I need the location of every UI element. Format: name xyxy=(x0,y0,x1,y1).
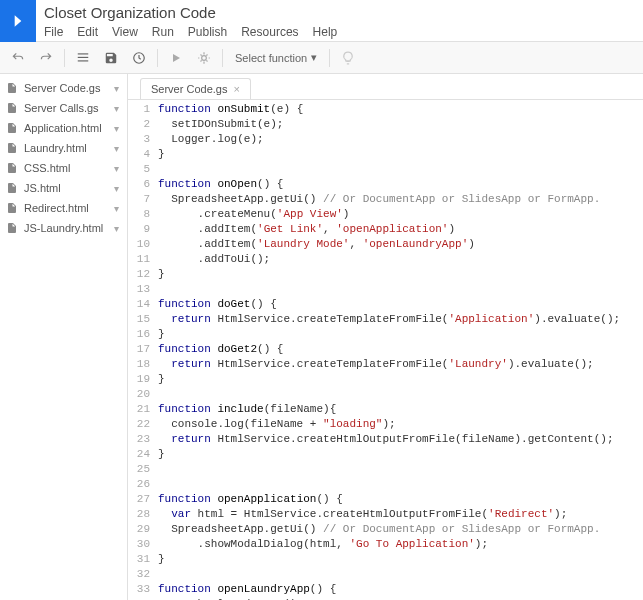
file-item[interactable]: JS.html▾ xyxy=(0,178,127,198)
code-line[interactable]: 9 .addItem('Get Link', 'openApplication'… xyxy=(128,222,643,237)
project-title[interactable]: Closet Organization Code xyxy=(44,4,643,21)
code-text[interactable]: var html = HtmlService.createHtmlOutputF… xyxy=(158,507,567,522)
file-item[interactable]: Server Code.gs▾ xyxy=(0,78,127,98)
file-item[interactable]: Server Calls.gs▾ xyxy=(0,98,127,118)
menu-file[interactable]: File xyxy=(44,25,63,39)
file-menu-icon[interactable]: ▾ xyxy=(112,103,121,114)
code-line[interactable]: 3 Logger.log(e); xyxy=(128,132,643,147)
code-line[interactable]: 32 xyxy=(128,567,643,582)
redo-button[interactable] xyxy=(34,46,58,70)
code-line[interactable]: 20 xyxy=(128,387,643,402)
code-line[interactable]: 15 return HtmlService.createTemplateFrom… xyxy=(128,312,643,327)
code-line[interactable]: 12} xyxy=(128,267,643,282)
code-line[interactable]: 5 xyxy=(128,162,643,177)
code-line[interactable]: 22 console.log(fileName + "loading"); xyxy=(128,417,643,432)
code-text[interactable]: .addToUi(); xyxy=(158,252,270,267)
code-line[interactable]: 4} xyxy=(128,147,643,162)
file-menu-icon[interactable]: ▾ xyxy=(112,183,121,194)
code-text[interactable]: return HtmlService.createTemplateFromFil… xyxy=(158,312,620,327)
select-function-dropdown[interactable]: Select function ▾ xyxy=(229,51,323,64)
code-text[interactable]: function doGet() { xyxy=(158,297,277,312)
code-line[interactable]: 10 .addItem('Laundry Mode', 'openLaundry… xyxy=(128,237,643,252)
code-text[interactable]: .addItem('Get Link', 'openApplication') xyxy=(158,222,455,237)
code-line[interactable]: 14function doGet() { xyxy=(128,297,643,312)
code-text[interactable]: return HtmlService.createTemplateFromFil… xyxy=(158,357,594,372)
file-menu-icon[interactable]: ▾ xyxy=(112,163,121,174)
code-text[interactable]: SpreadsheetApp.getUi() // Or DocumentApp… xyxy=(158,192,600,207)
svg-rect-2 xyxy=(78,60,89,61)
code-text[interactable]: .addItem('Laundry Mode', 'openLaundryApp… xyxy=(158,237,475,252)
code-line[interactable]: 27function openApplication() { xyxy=(128,492,643,507)
code-line[interactable]: 16} xyxy=(128,327,643,342)
tab-server-code[interactable]: Server Code.gs × xyxy=(140,78,251,99)
code-text[interactable]: setIDOnSubmit(e); xyxy=(158,117,283,132)
line-number: 13 xyxy=(128,282,158,297)
code-line[interactable]: 1function onSubmit(e) { xyxy=(128,102,643,117)
code-text[interactable]: function openApplication() { xyxy=(158,492,343,507)
code-text[interactable]: .createMenu('App View') xyxy=(158,207,349,222)
code-text[interactable]: function onSubmit(e) { xyxy=(158,102,303,117)
code-text[interactable]: function openLaundryApp() { xyxy=(158,582,336,597)
file-item[interactable]: CSS.html▾ xyxy=(0,158,127,178)
code-line[interactable]: 19} xyxy=(128,372,643,387)
code-text[interactable]: .showModalDialog(html, 'Go To Applicatio… xyxy=(158,537,488,552)
code-text[interactable]: function doGet2() { xyxy=(158,342,283,357)
code-text[interactable]: function include(fileName){ xyxy=(158,402,336,417)
code-text[interactable]: Logger.log(e); xyxy=(158,132,264,147)
file-item[interactable]: JS-Laundry.html▾ xyxy=(0,218,127,238)
code-line[interactable]: 11 .addToUi(); xyxy=(128,252,643,267)
code-text[interactable]: } xyxy=(158,327,165,342)
code-editor[interactable]: 1function onSubmit(e) {2 setIDOnSubmit(e… xyxy=(128,100,643,600)
file-menu-icon[interactable]: ▾ xyxy=(112,123,121,134)
run-button[interactable] xyxy=(164,46,188,70)
indent-button[interactable] xyxy=(71,46,95,70)
code-line[interactable]: 29 SpreadsheetApp.getUi() // Or Document… xyxy=(128,522,643,537)
code-line[interactable]: 28 var html = HtmlService.createHtmlOutp… xyxy=(128,507,643,522)
code-line[interactable]: 33function openLaundryApp() { xyxy=(128,582,643,597)
menu-view[interactable]: View xyxy=(112,25,138,39)
code-line[interactable]: 18 return HtmlService.createTemplateFrom… xyxy=(128,357,643,372)
file-menu-icon[interactable]: ▾ xyxy=(112,223,121,234)
code-text[interactable]: } xyxy=(158,147,165,162)
menu-help[interactable]: Help xyxy=(313,25,338,39)
file-item[interactable]: Application.html▾ xyxy=(0,118,127,138)
code-text[interactable]: return HtmlService.createHtmlOutputFromF… xyxy=(158,432,613,447)
code-line[interactable]: 2 setIDOnSubmit(e); xyxy=(128,117,643,132)
code-line[interactable]: 8 .createMenu('App View') xyxy=(128,207,643,222)
code-line[interactable]: 30 .showModalDialog(html, 'Go To Applica… xyxy=(128,537,643,552)
code-line[interactable]: 6function onOpen() { xyxy=(128,177,643,192)
lightbulb-button[interactable] xyxy=(336,46,360,70)
undo-button[interactable] xyxy=(6,46,30,70)
code-text[interactable]: } xyxy=(158,372,165,387)
code-line[interactable]: 25 xyxy=(128,462,643,477)
close-icon[interactable]: × xyxy=(233,83,239,95)
menu-resources[interactable]: Resources xyxy=(241,25,298,39)
file-item[interactable]: Laundry.html▾ xyxy=(0,138,127,158)
code-text[interactable]: console.log(fileName + "loading"); xyxy=(158,417,396,432)
debug-button[interactable] xyxy=(192,46,216,70)
code-text[interactable]: function onOpen() { xyxy=(158,177,283,192)
code-line[interactable]: 31} xyxy=(128,552,643,567)
line-number: 11 xyxy=(128,252,158,267)
code-text[interactable]: } xyxy=(158,447,165,462)
menu-edit[interactable]: Edit xyxy=(77,25,98,39)
code-line[interactable]: 17function doGet2() { xyxy=(128,342,643,357)
file-menu-icon[interactable]: ▾ xyxy=(112,83,121,94)
file-menu-icon[interactable]: ▾ xyxy=(112,143,121,154)
menu-publish[interactable]: Publish xyxy=(188,25,227,39)
save-button[interactable] xyxy=(99,46,123,70)
code-text[interactable]: SpreadsheetApp.getUi() // Or DocumentApp… xyxy=(158,522,600,537)
code-text[interactable]: } xyxy=(158,267,165,282)
apps-script-logo[interactable] xyxy=(0,0,36,42)
code-line[interactable]: 7 SpreadsheetApp.getUi() // Or DocumentA… xyxy=(128,192,643,207)
clock-button[interactable] xyxy=(127,46,151,70)
code-line[interactable]: 24} xyxy=(128,447,643,462)
file-menu-icon[interactable]: ▾ xyxy=(112,203,121,214)
code-line[interactable]: 13 xyxy=(128,282,643,297)
menu-run[interactable]: Run xyxy=(152,25,174,39)
code-line[interactable]: 21function include(fileName){ xyxy=(128,402,643,417)
code-text[interactable]: } xyxy=(158,552,165,567)
code-line[interactable]: 26 xyxy=(128,477,643,492)
file-item[interactable]: Redirect.html▾ xyxy=(0,198,127,218)
code-line[interactable]: 23 return HtmlService.createHtmlOutputFr… xyxy=(128,432,643,447)
